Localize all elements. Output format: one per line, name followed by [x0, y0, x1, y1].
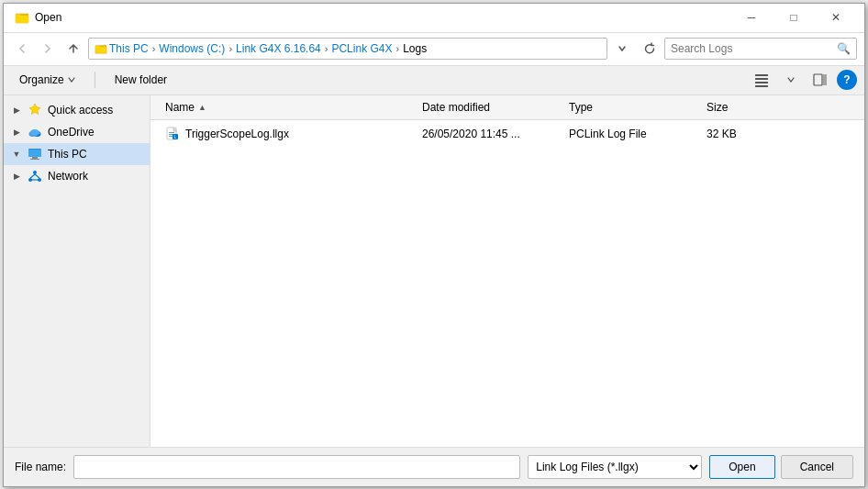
this-pc-icon: [28, 147, 42, 161]
svg-text:L: L: [174, 134, 177, 139]
sort-asc-icon: ▲: [198, 103, 206, 112]
svg-rect-8: [823, 74, 827, 85]
search-input[interactable]: [671, 42, 837, 55]
chevron-down-icon: [618, 44, 627, 53]
breadcrumb-thispc[interactable]: This PC: [109, 42, 149, 55]
sidebar-item-onedrive[interactable]: ▶ OneDrive: [4, 121, 150, 143]
bottom-bar: File name: Link Log Files (*.llgx) Open …: [4, 447, 864, 486]
view-dropdown-button[interactable]: [778, 69, 804, 91]
sidebar-item-network[interactable]: ▶ Network: [4, 165, 150, 187]
nav-bar: This PC › Windows (C:) › Link G4X 6.16.6…: [4, 33, 864, 66]
filename-label: File name:: [15, 461, 66, 473]
svg-rect-13: [28, 150, 41, 157]
sidebar-item-quick-access[interactable]: ▶ Quick access: [4, 99, 150, 121]
file-size-cell: 32 KB: [699, 128, 791, 140]
view-details-button[interactable]: [749, 69, 774, 91]
quick-access-expander: ▶: [11, 106, 22, 115]
new-folder-label: New folder: [115, 73, 167, 86]
col-name-label: Name: [165, 101, 195, 114]
refresh-button[interactable]: [639, 38, 661, 60]
details-view-icon: [754, 72, 769, 87]
close-button[interactable]: ✕: [815, 4, 857, 31]
sidebar-item-this-pc[interactable]: ▼ This PC: [4, 143, 150, 165]
dialog-icon: [15, 10, 29, 25]
open-button[interactable]: Open: [709, 455, 774, 479]
title-bar-controls: ─ □ ✕: [730, 4, 857, 31]
file-list-body: L TriggerScopeLog.llgx 26/05/2020 11:45 …: [150, 120, 864, 447]
back-icon: [17, 43, 28, 54]
forward-button[interactable]: [37, 38, 59, 60]
toolbar-separator: [95, 72, 95, 88]
svg-rect-6: [755, 85, 768, 87]
svg-line-20: [35, 174, 39, 178]
col-type-label: Type: [569, 101, 593, 114]
preview-pane-button[interactable]: [807, 69, 833, 91]
up-button[interactable]: [62, 38, 84, 60]
new-folder-button[interactable]: New folder: [106, 71, 175, 89]
title-bar: Open ─ □ ✕: [4, 4, 864, 33]
search-box[interactable]: 🔍: [664, 38, 857, 60]
refresh-icon: [643, 42, 656, 55]
breadcrumb-folder-icon: [95, 42, 107, 55]
network-expander: ▶: [11, 172, 22, 181]
sidebar: ▶ Quick access ▶: [4, 95, 150, 447]
filetype-select[interactable]: Link Log Files (*.llgx): [528, 455, 702, 479]
dialog-title: Open: [35, 11, 61, 24]
forward-icon: [42, 43, 53, 54]
toolbar-right: ?: [749, 69, 857, 91]
onedrive-expander: ▶: [11, 128, 22, 137]
file-type-cell: PCLink Log File: [562, 128, 699, 140]
file-name-cell: L TriggerScopeLog.llgx: [158, 127, 415, 141]
log-file-icon: L: [165, 127, 180, 141]
svg-point-16: [33, 171, 37, 174]
organize-button[interactable]: Organize: [11, 71, 83, 89]
svg-rect-25: [169, 136, 172, 137]
svg-point-11: [30, 129, 39, 136]
organize-chevron-icon: [68, 76, 75, 83]
organize-label: Organize: [19, 73, 64, 86]
onedrive-icon: [28, 125, 42, 139]
filename-input[interactable]: [73, 455, 520, 479]
onedrive-label: OneDrive: [48, 126, 95, 139]
svg-rect-14: [32, 157, 38, 159]
cancel-button[interactable]: Cancel: [781, 455, 853, 479]
svg-rect-7: [814, 74, 822, 85]
breadcrumb[interactable]: This PC › Windows (C:) › Link G4X 6.16.6…: [88, 38, 607, 60]
svg-rect-15: [30, 159, 39, 160]
this-pc-expander: ▼: [11, 150, 22, 159]
breadcrumb-pclink[interactable]: PCLink G4X: [331, 42, 392, 55]
col-header-type[interactable]: Type: [562, 99, 699, 116]
col-header-name[interactable]: Name ▲: [158, 99, 415, 116]
col-size-label: Size: [707, 101, 728, 114]
back-button[interactable]: [11, 38, 33, 60]
svg-rect-1: [16, 16, 28, 23]
svg-rect-5: [755, 82, 768, 83]
file-type: PCLink Log File: [569, 128, 647, 140]
breadcrumb-dropdown-button[interactable]: [611, 38, 633, 60]
this-pc-label: This PC: [48, 148, 87, 161]
maximize-button[interactable]: □: [773, 4, 815, 31]
breadcrumb-logs[interactable]: Logs: [403, 42, 427, 55]
file-list: Name ▲ Date modified Type Size: [150, 95, 864, 447]
quick-access-label: Quick access: [48, 104, 113, 117]
network-label: Network: [48, 170, 88, 183]
col-header-date[interactable]: Date modified: [415, 99, 562, 116]
svg-rect-23: [169, 132, 174, 133]
col-date-label: Date modified: [422, 101, 490, 114]
search-icon: 🔍: [837, 42, 851, 55]
quick-access-icon: [28, 103, 42, 117]
breadcrumb-linkg4x[interactable]: Link G4X 6.16.64: [236, 42, 321, 55]
title-bar-left: Open: [15, 10, 61, 25]
minimize-button[interactable]: ─: [730, 4, 773, 31]
action-buttons: Open Cancel: [709, 455, 853, 479]
file-list-header: Name ▲ Date modified Type Size: [150, 95, 864, 120]
main-area: ▶ Quick access ▶: [4, 95, 864, 447]
open-dialog: Open ─ □ ✕ This PC › Windows (C:) ›: [3, 3, 865, 487]
table-row[interactable]: L TriggerScopeLog.llgx 26/05/2020 11:45 …: [150, 124, 864, 144]
help-button[interactable]: ?: [837, 70, 857, 90]
view-chevron-icon: [787, 76, 795, 83]
network-icon: [28, 169, 42, 183]
breadcrumb-cdrive[interactable]: Windows (C:): [159, 42, 225, 55]
up-icon: [68, 43, 79, 54]
col-header-size[interactable]: Size: [699, 99, 791, 116]
